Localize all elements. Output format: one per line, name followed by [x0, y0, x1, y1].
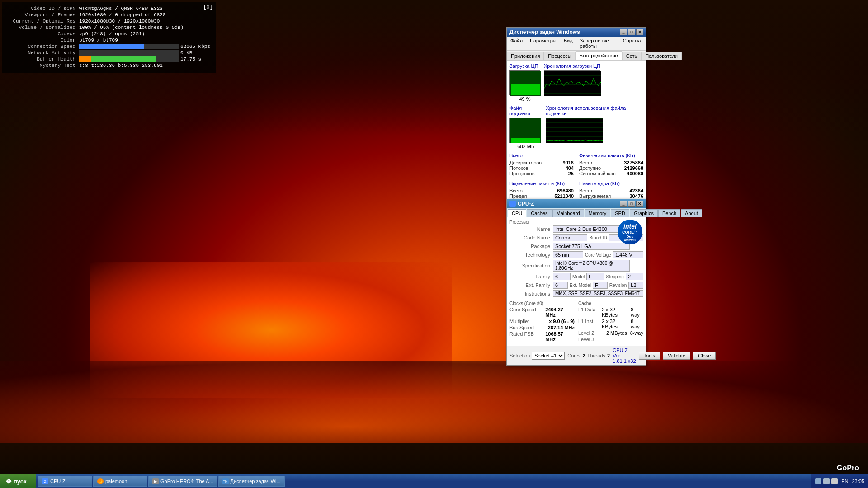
taskbar-app-cpuz[interactable]: Z CPU-Z: [38, 476, 92, 487]
tm-tab-network[interactable]: Сеть: [622, 52, 641, 60]
cpuz-l1data-ways: 8-way: [631, 307, 643, 318]
cpuz-revision-value: L2: [628, 282, 643, 289]
start-button[interactable]: ❖ пуск: [0, 474, 36, 488]
cpuz-version-label: CPU-Z Ver. 1.81.1.x32: [613, 347, 636, 364]
tm-commit-limit-value: 5211040: [554, 193, 574, 199]
cpuz-corevoltage-value: 1.448 V: [613, 251, 643, 258]
tm-totals: Всего Дескрипторов 9016 Потоков 404 Проц…: [509, 153, 574, 176]
cpuz-instructions-row: Instructions MMX, SSE, SSE2, SSE3, SSSE3…: [509, 290, 643, 297]
tm-tab-users[interactable]: Пользователи: [641, 52, 682, 60]
tm-menu-file[interactable]: Файл: [509, 38, 524, 49]
cpuz-multiplier-label: Multiplier: [509, 319, 546, 324]
connection-speed-label: Connection Speed: [8, 44, 75, 49]
cpuz-icon: [509, 201, 516, 207]
task-manager-titlebar[interactable]: Диспетчер задач Windows _ □ ✕: [507, 28, 646, 37]
cpuz-name-label: Name: [509, 226, 550, 232]
taskbar-app-gopro-label: GoPro HERO4: The A...: [160, 479, 213, 484]
tm-kernel-paged-label: Выгружаемая: [579, 193, 611, 199]
color-row: Color bt709 / bt709: [8, 38, 210, 43]
buffer-health-label: Buffer Health: [8, 56, 75, 62]
cpuz-tech-label: Technology: [509, 252, 550, 258]
buffer-health-value: 17.75 s: [180, 56, 201, 62]
cpuz-minimize[interactable]: _: [620, 201, 627, 207]
cpuz-fms-row: Family 6 Model F Stepping 2: [509, 273, 643, 280]
tm-menu-shutdown[interactable]: Завершение работы: [578, 38, 618, 49]
video-info-close[interactable]: [x]: [203, 4, 213, 10]
tm-kernel-paged-value: 30476: [629, 193, 643, 199]
volume-row: Volume / Normalized 100% / 95% (content …: [8, 25, 210, 30]
tm-cpu-graph: [509, 70, 540, 95]
network-activity-label: Network Activity: [8, 50, 75, 56]
cpuz-validate-button[interactable]: Validate: [663, 352, 690, 360]
cpuz-fms-values: 6 Model F Stepping 2: [553, 273, 643, 280]
taskbar: ❖ пуск Z CPU-Z 🌙 palemoon ▶ GoPro HERO4:…: [0, 474, 868, 488]
tm-tab-performance[interactable]: Быстродействие: [576, 51, 622, 60]
cpuz-selection-dropdown[interactable]: Socket #1: [532, 352, 565, 360]
taskbar-app-taskmanager-label: Диспетчер задач Wi...: [231, 479, 281, 484]
tm-pagefile-graph: [509, 118, 540, 143]
cpuz-spec-value: Intel® Core™2 CPU 4300 @ 1.80GHz: [553, 260, 630, 272]
task-manager-minimize[interactable]: _: [620, 29, 627, 35]
codecs-label: Codecs: [8, 31, 75, 37]
cpuz-l1data-label: L1 Data: [578, 307, 602, 318]
taskbar-app-gopro[interactable]: ▶ GoPro HERO4: The A...: [148, 476, 217, 487]
cpuz-l1inst-row: L1 Inst. 2 x 32 KBytes 8-way: [578, 319, 643, 329]
viewport-value: 868x488 / 0 dropped of 6820: [79, 12, 165, 18]
cpuz-tech-value: 65 nm: [553, 251, 583, 258]
tm-menu-help[interactable]: Справка: [621, 38, 644, 49]
cpuz-titlebar-buttons: _ □ ✕: [620, 201, 643, 207]
tm-phys-cache-row: Системный кэш 400080: [579, 171, 643, 176]
cpuz-level3-row: Level 3: [578, 337, 643, 342]
tm-physical: Физическая память (КБ) Всего 3275884 Дос…: [579, 153, 643, 176]
rock-right: [642, 352, 868, 488]
buffer-health-bar-bg: [79, 56, 179, 62]
tm-phys-avail-value: 2429668: [624, 165, 643, 171]
resolution-value: 868x488@30 / 868x488@30: [79, 19, 160, 24]
cpuz-titlebar[interactable]: CPU-Z _ □ ✕: [507, 199, 646, 208]
cpuz-close-button[interactable]: Close: [693, 352, 716, 360]
cpuz-level2-row: Level 2 2 MBytes 8-way: [578, 330, 643, 336]
tm-cpu-section: Загрузка ЦП 49 %: [509, 63, 540, 102]
tm-kernel-title: Память ядра (КБ): [579, 181, 643, 186]
tm-menu-params[interactable]: Параметры: [528, 38, 558, 49]
cpuz-tab-mainboard[interactable]: Mainboard: [552, 209, 584, 217]
task-manager-close[interactable]: ✕: [636, 29, 643, 35]
taskbar-app-palemoon[interactable]: 🌙 palemoon: [93, 476, 147, 487]
cpuz-restore[interactable]: □: [628, 201, 635, 207]
inside-text: inside®: [624, 239, 636, 242]
cpuz-tab-caches[interactable]: Caches: [527, 209, 552, 217]
tm-processes-label: Процессов: [509, 171, 535, 176]
tm-menu-view[interactable]: Вид: [562, 38, 575, 49]
tm-tab-processes[interactable]: Процессы: [544, 52, 575, 60]
cpuz-tools-button[interactable]: Tools: [639, 352, 660, 360]
cpuz-corevoltage-label: Core Voltage: [585, 251, 611, 258]
tm-tab-apps[interactable]: Приложения: [507, 52, 544, 60]
tm-kernel-paged-row: Выгружаемая 30476: [579, 193, 643, 199]
duo-text: Duo: [627, 235, 634, 239]
cpuz-level2-value: 2 MBytes: [606, 330, 627, 336]
cpuz-tab-about[interactable]: About: [681, 209, 702, 217]
cpuz-l1data-value: 2 x 32 KBytes: [602, 307, 631, 318]
cpuz-tab-bench[interactable]: Bench: [658, 209, 680, 217]
cpuz-instructions-value: MMX, SSE, SSE2, SSE3, SSSE3, EM64T: [553, 290, 643, 297]
cpuz-model-value: F: [586, 273, 604, 280]
tm-descriptors-label: Дескрипторов: [509, 160, 542, 165]
cpuz-tab-graphics[interactable]: Graphics: [630, 209, 658, 217]
network-activity-bar-bg: [79, 50, 179, 56]
cpuz-tab-memory[interactable]: Memory: [585, 209, 611, 217]
cpuz-close-btn[interactable]: ✕: [636, 201, 643, 207]
tm-commit-limit-label: Предел: [509, 193, 527, 199]
volume-value: 100% / 95% (content loudness 0.5dB): [79, 25, 184, 30]
cpuz-divider1: [509, 299, 643, 299]
cpuz-clocks-cache: Clocks (Core #0) Core Speed 2404.27 MHz …: [509, 301, 643, 343]
task-manager-restore[interactable]: □: [628, 29, 635, 35]
cpuz-tab-cpu[interactable]: CPU: [508, 209, 526, 217]
cpuz-ratedfsb-row: Rated FSB 1068.57 MHz: [509, 331, 575, 342]
taskbar-app-taskmanager[interactable]: TM Диспетчер задач Wi...: [218, 476, 285, 487]
tm-threads-label: Потоков: [509, 165, 528, 171]
cpuz-extmodel-value: F: [593, 282, 608, 289]
cpuz-tab-spd[interactable]: SPD: [611, 209, 629, 217]
cpuz-codename-value: Conroe: [553, 234, 587, 241]
cpuz-version-group: CPU-Z Ver. 1.81.1.x32: [613, 347, 636, 364]
taskbar-app-cpuz-label: CPU-Z: [50, 479, 66, 484]
